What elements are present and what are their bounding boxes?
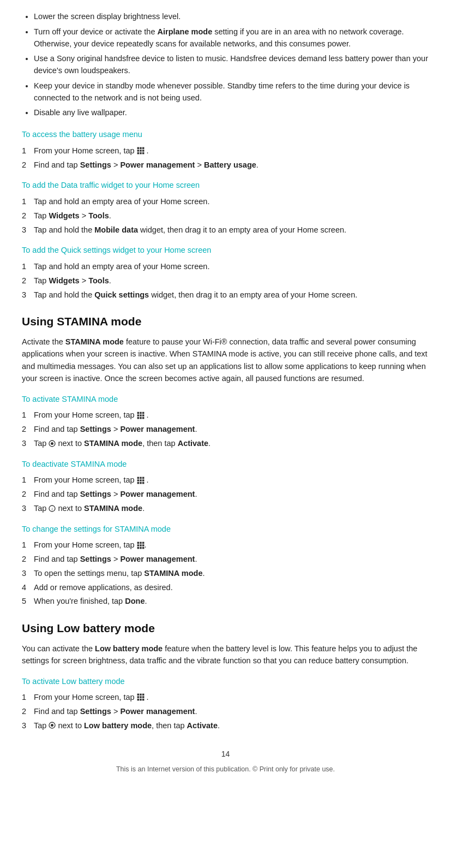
section-heading-quick-settings: To add the Quick settings widget to your… xyxy=(22,245,429,257)
svg-rect-1 xyxy=(140,147,142,150)
step-item: 3 Tap and hold the Mobile data widget, t… xyxy=(22,224,429,236)
svg-rect-37 xyxy=(137,546,139,549)
step-item: 2 Find and tap Settings > Power manageme… xyxy=(22,424,429,436)
svg-rect-7 xyxy=(140,152,142,154)
svg-rect-23 xyxy=(137,479,139,481)
section-quick-settings-widget: To add the Quick settings widget to your… xyxy=(22,245,429,301)
svg-rect-33 xyxy=(142,542,144,544)
svg-rect-21 xyxy=(140,477,142,479)
svg-rect-2 xyxy=(142,147,144,150)
section-heading-data-traffic: To add the Data traffic widget to your H… xyxy=(22,180,429,192)
section-deactivate-stamina: To deactivate STAMINA mode 1 From your H… xyxy=(22,459,429,515)
svg-rect-20 xyxy=(137,477,139,479)
svg-rect-10 xyxy=(140,412,142,414)
svg-rect-27 xyxy=(140,481,142,484)
h2-low-battery-mode: Using Low battery mode xyxy=(22,620,429,637)
svg-rect-38 xyxy=(140,546,142,549)
section-data-traffic-widget: To add the Data traffic widget to your H… xyxy=(22,180,429,236)
svg-rect-24 xyxy=(140,479,142,481)
step-item: 1 From your Home screen, tap . xyxy=(22,692,429,704)
grid-icon xyxy=(137,147,145,154)
bullet-item-1: Lower the screen display brightness leve… xyxy=(34,11,429,23)
bullet-item-2: Turn off your device or activate the Air… xyxy=(34,26,429,50)
step-item: 2 Find and tap Settings > Power manageme… xyxy=(22,159,429,171)
svg-rect-46 xyxy=(137,699,139,701)
svg-rect-44 xyxy=(140,697,142,699)
circle-dot-icon-low xyxy=(49,722,56,729)
section-activate-low-battery: To activate Low battery mode 1 From your… xyxy=(22,676,429,732)
stamina-body-text: Activate the STAMINA mode feature to pau… xyxy=(22,336,429,385)
grid-icon xyxy=(137,412,145,419)
step-item: 1 Tap and hold an empty area of your Hom… xyxy=(22,196,429,208)
svg-rect-17 xyxy=(142,417,144,419)
svg-point-50 xyxy=(51,724,53,727)
step-item: 3 Tap next to Low battery mode, then tap… xyxy=(22,720,429,732)
section-activate-stamina: To activate STAMINA mode 1 From your Hom… xyxy=(22,394,429,450)
step-item: 2 Tap Widgets > Tools. xyxy=(22,275,429,287)
section-heading-activate-stamina: To activate STAMINA mode xyxy=(22,394,429,406)
numbered-list-activate-low-battery: 1 From your Home screen, tap . 2 Find an… xyxy=(22,692,429,732)
page-number: 14 xyxy=(22,748,429,760)
svg-rect-12 xyxy=(137,414,139,417)
bullet-item-4: Keep your device in standby mode wheneve… xyxy=(34,80,429,104)
svg-rect-41 xyxy=(140,694,142,696)
svg-rect-5 xyxy=(142,150,144,152)
section-heading-activate-low-battery: To activate Low battery mode xyxy=(22,676,429,688)
step-item: 1 From your Home screen, tap . xyxy=(22,145,429,157)
step-item: 1 Tap and hold an empty area of your Hom… xyxy=(22,261,429,273)
grid-icon xyxy=(137,542,145,549)
svg-rect-34 xyxy=(137,544,139,546)
svg-rect-0 xyxy=(137,147,139,150)
svg-rect-48 xyxy=(142,699,144,701)
step-item: 3 Tap i next to STAMINA mode. xyxy=(22,503,429,515)
step-item: 2 Find and tap Settings > Power manageme… xyxy=(22,706,429,718)
step-item: 2 Tap Widgets > Tools. xyxy=(22,210,429,222)
svg-rect-15 xyxy=(137,417,139,419)
step-item: 3 Tap and hold the Quick settings widget… xyxy=(22,289,429,301)
section-battery-usage: To access the battery usage menu 1 From … xyxy=(22,129,429,171)
svg-rect-45 xyxy=(142,697,144,699)
numbered-list-deactivate-stamina: 1 From your Home screen, tap . 2 Find an… xyxy=(22,474,429,514)
numbered-list-battery-usage: 1 From your Home screen, tap . 2 Find an… xyxy=(22,145,429,171)
step-item: 3 To open the settings menu, tap STAMINA… xyxy=(22,568,429,580)
svg-point-19 xyxy=(51,442,53,445)
bullet-list: Lower the screen display brightness leve… xyxy=(22,11,429,119)
svg-rect-16 xyxy=(140,417,142,419)
svg-rect-31 xyxy=(137,542,139,544)
numbered-list-quick-settings: 1 Tap and hold an empty area of your Hom… xyxy=(22,261,429,301)
step-item: 1 From your Home screen, tap . xyxy=(22,539,429,551)
step-item: 4 Add or remove applications, as desired… xyxy=(22,582,429,594)
step-item: 5 When you're finished, tap Done. xyxy=(22,596,429,608)
section-heading-change-stamina: To change the settings for STAMINA mode xyxy=(22,524,429,536)
numbered-list-change-stamina: 1 From your Home screen, tap . 2 Find an… xyxy=(22,539,429,608)
numbered-list-activate-stamina: 1 From your Home screen, tap . 2 Find an… xyxy=(22,409,429,449)
step-item: 2 Find and tap Settings > Power manageme… xyxy=(22,554,429,566)
step-item: 1 From your Home screen, tap . xyxy=(22,474,429,486)
svg-rect-9 xyxy=(137,412,139,414)
low-battery-body-text: You can activate the Low battery mode fe… xyxy=(22,643,429,667)
svg-rect-6 xyxy=(137,152,139,154)
bullet-item-5: Disable any live wallpaper. xyxy=(34,107,429,119)
svg-rect-28 xyxy=(142,481,144,484)
circle-dot-icon xyxy=(49,440,56,447)
svg-rect-11 xyxy=(142,412,144,414)
svg-rect-36 xyxy=(142,544,144,546)
grid-icon xyxy=(137,693,145,701)
section-heading-deactivate-stamina: To deactivate STAMINA mode xyxy=(22,459,429,471)
svg-rect-32 xyxy=(140,542,142,544)
svg-rect-40 xyxy=(137,694,139,696)
section-change-stamina-settings: To change the settings for STAMINA mode … xyxy=(22,524,429,608)
svg-rect-4 xyxy=(140,150,142,152)
svg-rect-25 xyxy=(142,479,144,481)
svg-rect-3 xyxy=(137,150,139,152)
step-item: 1 From your Home screen, tap . xyxy=(22,409,429,421)
svg-rect-42 xyxy=(142,694,144,696)
svg-rect-13 xyxy=(140,414,142,417)
footer-text: This is an Internet version of this publ… xyxy=(22,764,429,775)
section-heading-battery-usage: To access the battery usage menu xyxy=(22,129,429,141)
svg-rect-26 xyxy=(137,481,139,484)
circle-i-icon: i xyxy=(49,505,56,512)
svg-rect-8 xyxy=(142,152,144,154)
h2-stamina-mode: Using STAMINA mode xyxy=(22,313,429,330)
svg-rect-14 xyxy=(142,414,144,417)
